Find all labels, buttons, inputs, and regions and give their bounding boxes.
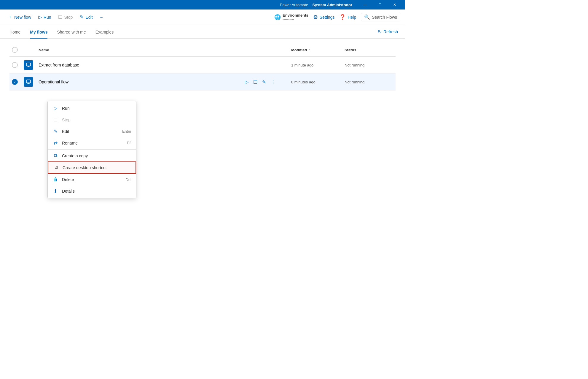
context-menu-item[interactable]: ⧉ Create a copy — [48, 150, 136, 161]
user-name: System Administrator — [312, 3, 352, 7]
new-flow-label: New flow — [14, 15, 31, 20]
run-label: Run — [44, 15, 51, 20]
context-menu: ▷ Run ☐ Stop ✎ Edit Enter ⇄ Rename F2 ⧉ … — [47, 101, 136, 198]
context-menu-item[interactable]: 🗑 Delete Del — [48, 174, 136, 185]
run-button[interactable]: ▷ Run — [35, 12, 54, 22]
content-area: Name Modified ↑ Status — [0, 39, 405, 228]
row-actions: ▷ ☐ ✎ ⋮ — [244, 78, 286, 86]
ctx-item-label: Run — [62, 106, 70, 111]
tab-my-flows[interactable]: My flows — [30, 25, 47, 39]
ctx-item-label: Details — [62, 189, 75, 194]
ctx-item-label: Edit — [62, 129, 69, 134]
tab-navigation: Home My flows Shared with me Examples ↻ … — [0, 25, 405, 39]
help-label: Help — [348, 15, 356, 20]
context-menu-item[interactable]: ℹ Details — [48, 185, 136, 197]
table-row[interactable]: Extract from database 1 minute ago Not r… — [9, 57, 396, 74]
col-header-modified[interactable]: Modified ↑ — [289, 43, 342, 57]
title-bar: Power Automate System Administrator — ☐ … — [0, 0, 405, 9]
edit-label: Edit — [85, 15, 93, 20]
row-modified-cell: 1 minute ago — [289, 57, 342, 74]
tab-shared-with-me[interactable]: Shared with me — [57, 25, 86, 39]
row-edit-icon[interactable]: ✎ — [261, 78, 267, 86]
settings-icon: ⚙ — [313, 14, 318, 20]
flow-name: Operational flow — [39, 80, 68, 84]
flow-icon — [24, 77, 33, 87]
environments-button[interactable]: 🌐 Environments •••••••••• — [274, 13, 308, 21]
environment-value: •••••••••• — [283, 18, 308, 21]
edit-button[interactable]: ✎ Edit — [77, 12, 95, 22]
ctx-item-icon: ℹ — [52, 188, 58, 194]
row-checkbox[interactable] — [12, 62, 18, 68]
refresh-icon: ↻ — [378, 29, 382, 34]
ctx-item-label: Stop — [62, 118, 71, 122]
help-icon: ❓ — [339, 14, 346, 20]
globe-icon: 🌐 — [274, 14, 281, 20]
ctx-item-icon: ⇄ — [52, 140, 58, 146]
stop-label: Stop — [64, 15, 73, 20]
ctx-item-label: Rename — [62, 141, 78, 145]
row-check-cell — [9, 57, 21, 74]
help-button[interactable]: ❓ Help — [339, 14, 356, 20]
tab-home[interactable]: Home — [9, 25, 20, 39]
context-menu-divider — [48, 149, 136, 150]
title-bar-controls: System Administrator — ☐ ✕ — [312, 0, 401, 9]
row-actions-cell: ▷ ☐ ✎ ⋮ — [241, 74, 289, 91]
svg-rect-3 — [26, 80, 31, 83]
close-button[interactable]: ✕ — [388, 0, 401, 9]
row-run-icon[interactable]: ▷ — [244, 78, 250, 86]
flow-name: Extract from database — [39, 63, 79, 67]
main-content: Home My flows Shared with me Examples ↻ … — [0, 25, 405, 228]
search-label: Search Flows — [372, 15, 397, 20]
row-name-cell: Operational flow — [36, 74, 241, 91]
edit-icon: ✎ — [80, 14, 84, 20]
maximize-button[interactable]: ☐ — [373, 0, 387, 9]
select-all-checkbox[interactable] — [12, 47, 18, 53]
refresh-button[interactable]: ↻ Refresh — [378, 29, 398, 34]
search-icon: 🔍 — [364, 14, 370, 20]
settings-label: Settings — [320, 15, 335, 20]
settings-button[interactable]: ⚙ Settings — [313, 14, 335, 20]
row-status-cell: Not running — [342, 57, 396, 74]
row-stop-icon[interactable]: ☐ — [252, 78, 259, 86]
context-menu-item[interactable]: ▷ Run — [48, 102, 136, 114]
ctx-item-icon: ▷ — [52, 105, 58, 111]
row-checkbox[interactable]: ✓ — [12, 79, 18, 85]
ctx-item-label: Delete — [62, 177, 74, 182]
row-more-icon[interactable]: ⋮ — [270, 78, 277, 86]
ctx-item-icon: ✎ — [52, 129, 58, 134]
context-menu-item[interactable]: ✎ Edit Enter — [48, 126, 136, 137]
ctx-item-icon: ☐ — [52, 117, 58, 123]
refresh-label: Refresh — [383, 29, 398, 34]
flows-table: Name Modified ↑ Status — [9, 43, 396, 91]
row-modified-cell: 8 minutes ago — [289, 74, 342, 91]
shortcut-label: F2 — [127, 141, 131, 145]
stop-button[interactable]: ☐ Stop — [55, 12, 76, 22]
more-button[interactable]: ··· — [97, 13, 106, 21]
table-row[interactable]: ✓ Operational flow ▷ ☐ ✎ ⋮ 8 minutes ago… — [9, 74, 396, 91]
shortcut-label: Enter — [122, 129, 131, 134]
svg-rect-0 — [26, 63, 31, 66]
col-header-icon — [21, 43, 36, 57]
app-title: Power Automate — [280, 3, 308, 7]
ctx-item-icon: ⧉ — [52, 153, 58, 158]
minimize-button[interactable]: — — [358, 0, 372, 9]
col-header-name[interactable]: Name — [36, 43, 241, 57]
ctx-item-icon: 🗑 — [52, 177, 58, 182]
col-header-check — [9, 43, 21, 57]
search-box[interactable]: 🔍 Search Flows — [361, 13, 400, 21]
row-check-cell: ✓ — [9, 74, 21, 91]
col-header-actions — [241, 43, 289, 57]
row-icon-cell — [21, 57, 36, 74]
context-menu-item[interactable]: ⇄ Rename F2 — [48, 137, 136, 149]
row-name-cell: Extract from database — [36, 57, 241, 74]
context-menu-item: ☐ Stop — [48, 114, 136, 126]
ctx-item-icon: 🖥 — [53, 165, 59, 170]
ctx-item-label: Create a copy — [62, 153, 88, 158]
row-actions-cell — [241, 57, 289, 74]
new-flow-button[interactable]: ＋ New flow — [5, 12, 34, 22]
tab-examples[interactable]: Examples — [95, 25, 114, 39]
stop-icon: ☐ — [58, 14, 62, 20]
context-menu-item[interactable]: 🖥 Create desktop shortcut — [48, 161, 136, 174]
col-header-status: Status — [342, 43, 396, 57]
plus-icon: ＋ — [8, 14, 12, 20]
